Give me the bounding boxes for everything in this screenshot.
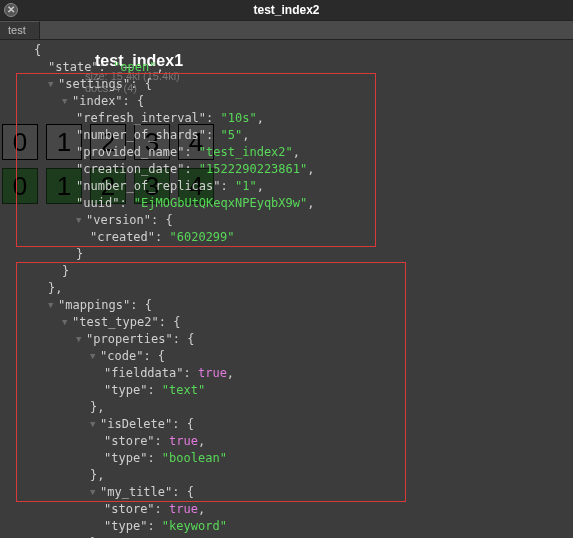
chevron-down-icon[interactable]: ▼ <box>90 416 100 433</box>
window-titlebar: ✕ test_index2 <box>0 0 573 20</box>
chevron-down-icon[interactable]: ▼ <box>48 76 58 93</box>
chevron-down-icon[interactable]: ▼ <box>62 314 72 331</box>
chevron-down-icon[interactable]: ▼ <box>76 212 86 229</box>
close-icon[interactable]: ✕ <box>4 3 18 17</box>
chevron-down-icon[interactable]: ▼ <box>90 484 100 501</box>
tree-row: { <box>20 42 567 59</box>
window-title: test_index2 <box>253 3 319 17</box>
chevron-down-icon[interactable]: ▼ <box>90 348 100 365</box>
tab-test[interactable]: test <box>0 21 40 39</box>
key-state: state <box>48 60 99 74</box>
chevron-down-icon[interactable]: ▼ <box>76 331 86 348</box>
json-tree[interactable]: { state: open, ▼settings: { ▼index: { re… <box>0 40 573 538</box>
tab-bar: test <box>0 20 573 40</box>
chevron-down-icon[interactable]: ▼ <box>62 93 72 110</box>
chevron-down-icon[interactable]: ▼ <box>48 297 58 314</box>
